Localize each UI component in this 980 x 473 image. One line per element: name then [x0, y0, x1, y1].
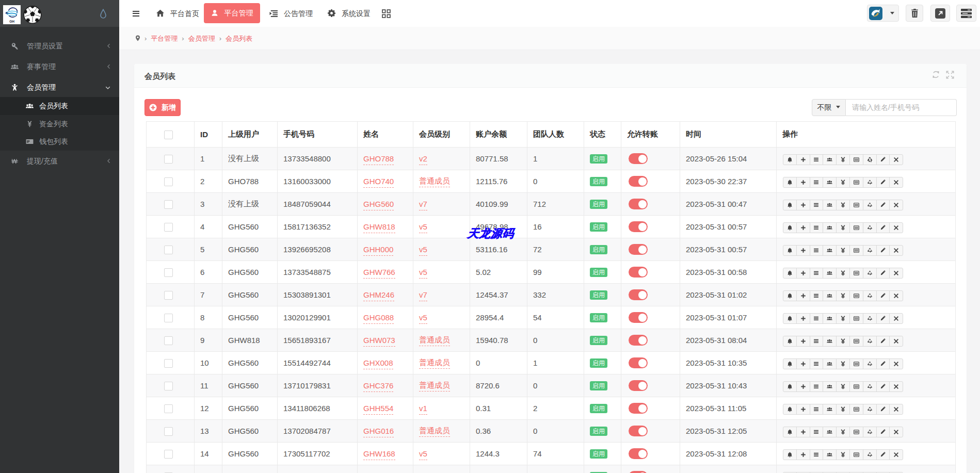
svg-text:GH: GH	[9, 20, 14, 23]
